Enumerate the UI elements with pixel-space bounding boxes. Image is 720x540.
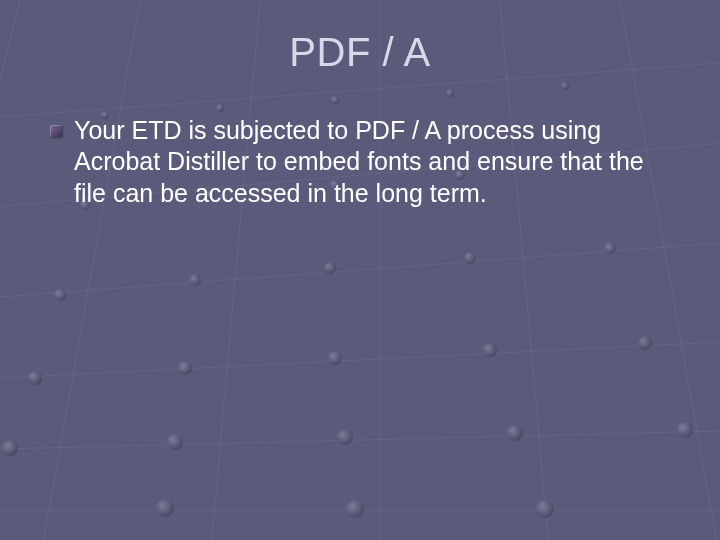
svg-point-20 xyxy=(328,351,342,365)
svg-point-27 xyxy=(677,422,693,438)
svg-point-14 xyxy=(189,274,201,286)
svg-point-26 xyxy=(507,425,523,441)
svg-point-23 xyxy=(2,440,18,456)
svg-point-18 xyxy=(28,371,42,385)
svg-point-19 xyxy=(178,361,192,375)
svg-point-16 xyxy=(464,252,476,264)
svg-line-3 xyxy=(0,340,720,380)
svg-point-30 xyxy=(346,500,364,518)
svg-point-25 xyxy=(337,429,353,445)
svg-line-4 xyxy=(0,430,720,450)
svg-point-17 xyxy=(604,242,616,254)
svg-point-31 xyxy=(536,500,554,518)
svg-point-24 xyxy=(167,434,183,450)
bullet-item: Your ETD is subjected to PDF / A process… xyxy=(50,115,670,209)
slide-title: PDF / A xyxy=(50,30,670,75)
svg-point-21 xyxy=(483,343,497,357)
bullet-icon xyxy=(50,125,62,137)
svg-point-29 xyxy=(156,499,174,517)
svg-point-22 xyxy=(638,336,652,350)
svg-point-15 xyxy=(324,262,336,274)
bullet-text: Your ETD is subjected to PDF / A process… xyxy=(74,115,670,209)
svg-point-13 xyxy=(54,289,66,301)
slide-content: PDF / A Your ETD is subjected to PDF / A… xyxy=(0,0,720,209)
